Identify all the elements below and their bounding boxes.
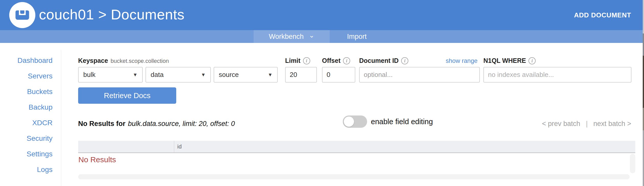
info-icon[interactable]: i: [528, 57, 536, 64]
prev-batch-link[interactable]: < prev batch: [542, 119, 580, 128]
limit-label-text: Limit: [285, 57, 300, 64]
show-range-link[interactable]: show range: [446, 57, 477, 64]
document-id-label-text: Document ID: [359, 57, 399, 64]
horizontal-scrollbar[interactable]: [78, 174, 630, 179]
tab-workbench[interactable]: Workbench ⌄: [254, 30, 330, 43]
next-batch-link[interactable]: next batch >: [593, 119, 631, 128]
no-results-prefix: No Results for: [78, 120, 126, 127]
id-column-header: id: [177, 141, 182, 153]
query-summary: bulk.data.source, limit: 20, offset: 0: [128, 120, 235, 127]
retrieve-docs-button[interactable]: Retrieve Docs: [78, 87, 176, 104]
page-title: couch01 > Documents: [39, 0, 184, 30]
window-edge-strip: [643, 0, 644, 186]
offset-input[interactable]: [322, 67, 355, 83]
info-icon[interactable]: i: [343, 57, 350, 64]
keyspace-label-text: Keyspace: [78, 57, 108, 64]
tab-import-label: Import: [347, 33, 367, 41]
sidebar-item-dashboard[interactable]: Dashboard: [0, 53, 53, 68]
dropdown-arrow-icon: ▼: [133, 72, 138, 78]
keyspace-hint: bucket.scope.collection: [111, 58, 169, 64]
toggle-knob: [344, 117, 354, 127]
sidebar-item-servers[interactable]: Servers: [0, 68, 53, 84]
n1ql-where-label: N1QL WHEREi: [483, 56, 536, 65]
results-status: No Results forbulk.data.source, limit: 2…: [78, 119, 235, 128]
offset-label-text: Offset: [322, 57, 340, 64]
dropdown-arrow-icon: ▼: [201, 72, 206, 78]
limit-label: Limiti: [285, 56, 310, 65]
info-icon[interactable]: i: [303, 57, 310, 64]
collection-select[interactable]: source ▼: [214, 67, 278, 83]
document-id-input[interactable]: [359, 67, 480, 83]
limit-input[interactable]: [285, 67, 317, 83]
subnav-bar: Workbench ⌄ Import: [0, 30, 644, 43]
chevron-down-icon: ⌄: [309, 31, 315, 39]
bucket-select[interactable]: bulk ▼: [78, 67, 143, 83]
sidebar-item-logs[interactable]: Logs: [0, 162, 53, 177]
document-id-label: Document IDi: [359, 56, 408, 65]
couchbase-logo-icon: [9, 2, 35, 28]
app-header: couch01 > Documents ADD DOCUMENT: [0, 0, 644, 30]
vertical-scrollbar[interactable]: [630, 154, 635, 173]
sidebar-item-backup[interactable]: Backup: [0, 99, 53, 115]
tab-workbench-label: Workbench: [269, 33, 304, 41]
couchbase-documents-page: couch01 > Documents ADD DOCUMENT Workben…: [0, 0, 644, 186]
documents-table-header: id: [78, 141, 635, 153]
scope-select[interactable]: data ▼: [146, 67, 211, 83]
sidebar-item-settings[interactable]: Settings: [0, 146, 53, 162]
sidebar-item-security[interactable]: Security: [0, 131, 53, 146]
sidebar-divider: [61, 50, 61, 186]
tab-import[interactable]: Import: [330, 30, 384, 43]
n1ql-where-input[interactable]: [483, 67, 631, 83]
n1ql-where-label-text: N1QL WHERE: [483, 57, 526, 64]
batch-separator: |: [586, 119, 588, 128]
offset-label: Offseti: [322, 56, 350, 65]
dropdown-arrow-icon: ▼: [268, 72, 273, 78]
keyspace-label: Keyspacebucket.scope.collection: [78, 56, 169, 65]
field-editing-label: enable field editing: [371, 115, 433, 128]
sidebar-nav: Dashboard Servers Buckets Backup XDCR Se…: [0, 53, 53, 177]
batch-navigation: < prev batch | next batch >: [542, 119, 631, 128]
add-document-button[interactable]: ADD DOCUMENT: [574, 0, 631, 30]
sidebar-item-xdcr[interactable]: XDCR: [0, 115, 53, 131]
info-icon[interactable]: i: [401, 57, 408, 64]
column-divider: [174, 141, 174, 153]
field-editing-toggle[interactable]: [343, 115, 367, 128]
sidebar-item-buckets[interactable]: Buckets: [0, 84, 53, 99]
scope-select-value: data: [151, 71, 201, 79]
no-results-message: No Results: [78, 155, 116, 164]
collection-select-value: source: [219, 71, 268, 79]
bucket-select-value: bulk: [83, 71, 133, 79]
